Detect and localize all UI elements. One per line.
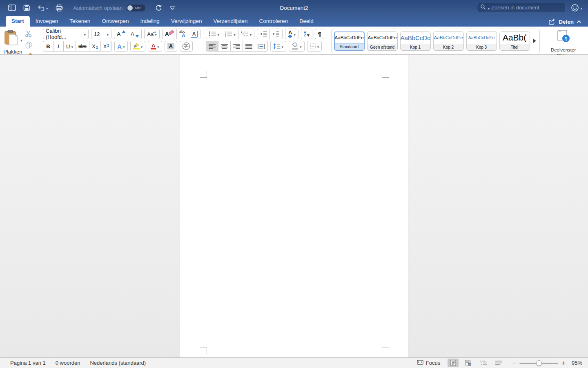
distribute-text-button[interactable] [255, 41, 268, 52]
save-icon[interactable] [23, 4, 30, 11]
character-shading-button[interactable]: A [165, 41, 177, 52]
copy-icon[interactable] [25, 41, 32, 50]
focus-toggle[interactable]: Focus [417, 360, 440, 366]
align-center-button[interactable] [218, 41, 231, 52]
font-size-select[interactable]: 12 [91, 29, 111, 39]
strikethrough-button[interactable]: abe [76, 41, 89, 52]
align-left-button[interactable] [206, 41, 218, 52]
feedback-smiley-icon[interactable] [571, 4, 582, 12]
web-layout-view-button[interactable] [463, 359, 474, 367]
customize-toolbar-icon[interactable] [169, 5, 175, 10]
borders-button[interactable] [307, 41, 322, 52]
paste-clipboard-icon[interactable] [3, 29, 19, 47]
increase-indent-button[interactable] [270, 29, 283, 39]
styles-pane-button[interactable]: ¶ DeelvensterStijlen [546, 29, 581, 59]
page-count[interactable]: Pagina 1 van 1 [10, 360, 46, 366]
zoom-level[interactable]: 95% [568, 360, 582, 366]
print-layout-view-button[interactable] [448, 359, 459, 367]
chevron-down-icon[interactable] [580, 4, 582, 11]
font-name-select[interactable]: Calibri (Hoofd... [43, 29, 89, 39]
toggle-knob [127, 5, 133, 11]
align-right-button[interactable] [230, 41, 243, 52]
zoom-slider-thumb[interactable] [536, 360, 542, 366]
collapse-ribbon-chevron-icon[interactable] [577, 20, 581, 23]
phonetic-guide-button[interactable]: abcA [176, 29, 188, 39]
line-spacing-button[interactable] [270, 41, 287, 52]
multilevel-list-button[interactable] [238, 29, 255, 39]
font-name-value: Calibri (Hoofd... [46, 28, 81, 40]
style-standaard[interactable]: AaBbCcDdEe Standaard [334, 31, 365, 51]
clear-formatting-button[interactable]: A [162, 29, 177, 39]
justify-button[interactable] [243, 41, 255, 52]
search-box[interactable] [477, 3, 566, 12]
chevron-down-icon [218, 31, 220, 37]
word-count[interactable]: 0 woorden [56, 360, 80, 366]
character-border-button[interactable]: A [188, 29, 200, 39]
fit-text-button[interactable]: A [285, 29, 298, 39]
draft-view-button[interactable] [493, 359, 504, 367]
superscript-button[interactable]: X2 [100, 41, 112, 52]
bullets-button[interactable] [206, 29, 223, 39]
highlight-button[interactable] [130, 41, 146, 52]
sort-button[interactable]: AZ [301, 29, 313, 39]
document-canvas [0, 55, 588, 357]
tab-beeld[interactable]: Beeld [294, 16, 319, 27]
document-page[interactable] [180, 55, 408, 357]
print-icon[interactable] [56, 4, 63, 11]
arrow-down-icon [307, 34, 310, 37]
group-divider [203, 29, 203, 52]
decrease-indent-button[interactable] [257, 29, 270, 39]
font-color-button[interactable]: A [148, 41, 162, 52]
outline-view-button[interactable] [478, 359, 489, 367]
tab-start[interactable]: Start [6, 16, 30, 27]
tab-ontwerpen[interactable]: Ontwerpen [96, 16, 134, 27]
shading-button[interactable] [289, 41, 305, 52]
increase-indent-icon [272, 31, 280, 37]
sync-icon[interactable] [155, 4, 162, 11]
style-titel[interactable]: AaBb( Titel [499, 31, 530, 51]
more-styles-arrow-icon[interactable] [533, 39, 536, 43]
change-case-button[interactable]: Aa [144, 29, 159, 39]
search-input[interactable] [491, 4, 563, 11]
multilevel-list-icon [241, 31, 249, 37]
search-scope-chevron-icon[interactable] [488, 4, 490, 11]
autosave-toggle[interactable]: UIT [127, 4, 145, 11]
focus-label: Focus [426, 360, 440, 366]
underline-button[interactable]: U [63, 41, 76, 52]
chevron-down-icon [84, 31, 86, 37]
italic-button[interactable]: I [53, 41, 64, 52]
style-geen-afstand[interactable]: AaBbCcDdEe Geen afstand [367, 31, 398, 51]
chevron-down-icon [250, 31, 252, 37]
tab-tekenen[interactable]: Tekenen [64, 16, 96, 27]
zoom-out-button[interactable]: − [512, 360, 516, 366]
style-kop-2[interactable]: AaBbCcDdEe Kop 2 [433, 31, 464, 51]
chevron-down-icon[interactable] [46, 4, 48, 11]
zoom-in-button[interactable]: + [561, 360, 565, 366]
shrink-font-button[interactable]: A [128, 29, 142, 39]
tab-verwijzingen[interactable]: Verwijzingen [165, 16, 208, 27]
grow-font-button[interactable]: A [114, 29, 128, 39]
tab-indeling[interactable]: Indeling [134, 16, 165, 27]
paste-options-chevron-icon[interactable] [20, 36, 22, 43]
ribbon-tabbar: Start Invoegen Tekenen Ontwerpen Indelin… [0, 16, 588, 27]
cut-icon[interactable] [25, 30, 32, 39]
share-button[interactable]: Delen [548, 18, 581, 25]
zoom-slider[interactable] [519, 360, 558, 366]
tab-invoegen[interactable]: Invoegen [30, 16, 64, 27]
enclose-characters-button[interactable]: 字 [180, 41, 193, 52]
undo-icon[interactable] [38, 4, 48, 11]
tab-controleren[interactable]: Controleren [254, 16, 294, 27]
numbering-button[interactable]: 123 [222, 29, 238, 39]
subscript-button[interactable]: X2 [89, 41, 101, 52]
paste-button-label[interactable]: Plakken [3, 49, 22, 55]
bold-button[interactable]: B [43, 41, 53, 52]
style-kop-3[interactable]: AaBbCcDdEe Kop 3 [466, 31, 497, 51]
show-formatting-marks-button[interactable]: ¶ [315, 29, 324, 39]
language[interactable]: Nederlands (standaard) [90, 360, 146, 366]
sidebar-toggle-icon[interactable] [8, 4, 16, 11]
distribute-icon [258, 44, 265, 49]
tab-verzendlijsten[interactable]: Verzendlijsten [208, 16, 254, 27]
text-effects-button[interactable]: A [114, 41, 127, 52]
style-kop-1[interactable]: AaBbCcDc Kop 1 [400, 31, 431, 51]
word-window: Automatisch opslaan UIT Document2 [0, 0, 588, 368]
